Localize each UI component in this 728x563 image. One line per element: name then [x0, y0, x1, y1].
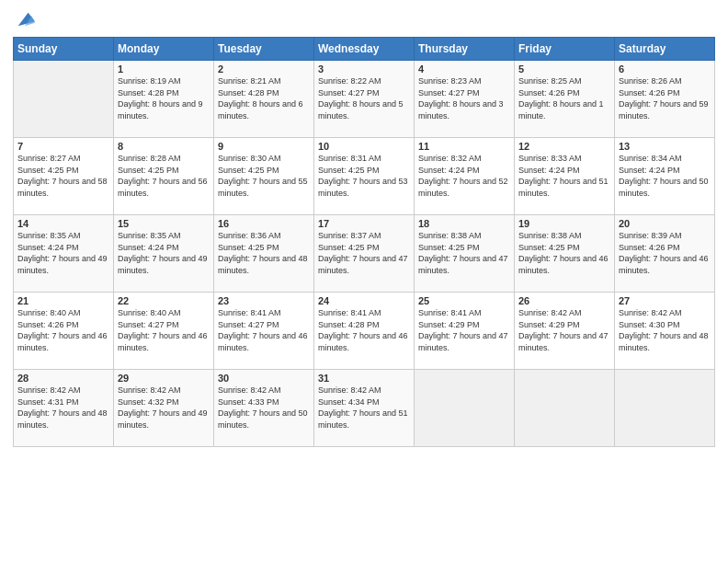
day-number: 9	[218, 141, 310, 152]
calendar-table: SundayMondayTuesdayWednesdayThursdayFrid…	[13, 37, 715, 447]
day-cell	[515, 370, 615, 447]
day-cell: 3Sunrise: 8:22 AMSunset: 4:27 PMDaylight…	[314, 61, 415, 138]
day-cell: 27Sunrise: 8:42 AMSunset: 4:30 PMDayligh…	[615, 293, 715, 370]
day-number: 5	[518, 63, 610, 75]
day-info: Sunrise: 8:38 AMSunset: 4:25 PMDaylight:…	[518, 230, 610, 276]
day-number: 19	[518, 218, 610, 229]
day-number: 21	[17, 295, 109, 306]
day-number: 10	[318, 141, 410, 152]
day-number: 20	[619, 218, 711, 229]
day-info: Sunrise: 8:42 AMSunset: 4:34 PMDaylight:…	[318, 385, 410, 431]
day-number: 15	[118, 218, 210, 229]
day-cell: 25Sunrise: 8:41 AMSunset: 4:29 PMDayligh…	[415, 293, 515, 370]
day-number: 3	[318, 63, 410, 75]
day-cell: 15Sunrise: 8:35 AMSunset: 4:24 PMDayligh…	[114, 215, 214, 293]
day-number: 4	[418, 63, 510, 75]
day-info: Sunrise: 8:30 AMSunset: 4:25 PMDaylight:…	[218, 153, 310, 199]
week-row-2: 14Sunrise: 8:35 AMSunset: 4:24 PMDayligh…	[14, 215, 715, 293]
week-row-0: 1Sunrise: 8:19 AMSunset: 4:28 PMDaylight…	[14, 61, 715, 138]
day-info: Sunrise: 8:40 AMSunset: 4:27 PMDaylight:…	[118, 307, 210, 353]
day-header-saturday: Saturday	[615, 38, 715, 61]
day-cell: 12Sunrise: 8:33 AMSunset: 4:24 PMDayligh…	[515, 138, 615, 215]
day-info: Sunrise: 8:41 AMSunset: 4:29 PMDaylight:…	[418, 307, 510, 353]
day-info: Sunrise: 8:23 AMSunset: 4:27 PMDaylight:…	[418, 75, 510, 121]
day-info: Sunrise: 8:19 AMSunset: 4:28 PMDaylight:…	[118, 75, 210, 121]
day-cell: 28Sunrise: 8:42 AMSunset: 4:31 PMDayligh…	[14, 370, 114, 447]
day-header-tuesday: Tuesday	[214, 38, 314, 61]
day-cell: 24Sunrise: 8:41 AMSunset: 4:28 PMDayligh…	[314, 293, 415, 370]
logo-icon	[15, 9, 35, 29]
day-cell: 6Sunrise: 8:26 AMSunset: 4:26 PMDaylight…	[615, 61, 715, 138]
day-header-thursday: Thursday	[415, 38, 515, 61]
day-header-friday: Friday	[515, 38, 615, 61]
day-cell: 1Sunrise: 8:19 AMSunset: 4:28 PMDaylight…	[114, 61, 214, 138]
day-cell: 17Sunrise: 8:37 AMSunset: 4:25 PMDayligh…	[314, 215, 415, 293]
day-info: Sunrise: 8:42 AMSunset: 4:29 PMDaylight:…	[518, 307, 610, 353]
day-number: 6	[619, 63, 711, 75]
week-row-3: 21Sunrise: 8:40 AMSunset: 4:26 PMDayligh…	[14, 293, 715, 370]
day-info: Sunrise: 8:39 AMSunset: 4:26 PMDaylight:…	[619, 230, 711, 276]
day-cell: 14Sunrise: 8:35 AMSunset: 4:24 PMDayligh…	[14, 215, 114, 293]
day-number: 1	[118, 63, 210, 75]
day-cell: 9Sunrise: 8:30 AMSunset: 4:25 PMDaylight…	[214, 138, 314, 215]
day-header-wednesday: Wednesday	[314, 38, 415, 61]
day-number: 17	[318, 218, 410, 229]
day-number: 7	[17, 141, 109, 152]
day-number: 8	[118, 141, 210, 152]
day-cell	[615, 370, 715, 447]
day-cell: 29Sunrise: 8:42 AMSunset: 4:32 PMDayligh…	[114, 370, 214, 447]
day-cell: 8Sunrise: 8:28 AMSunset: 4:25 PMDaylight…	[114, 138, 214, 215]
day-cell: 30Sunrise: 8:42 AMSunset: 4:33 PMDayligh…	[214, 370, 314, 447]
day-cell: 13Sunrise: 8:34 AMSunset: 4:24 PMDayligh…	[615, 138, 715, 215]
day-number: 12	[518, 141, 610, 152]
day-number: 14	[17, 218, 109, 229]
day-cell: 26Sunrise: 8:42 AMSunset: 4:29 PMDayligh…	[515, 293, 615, 370]
day-cell: 16Sunrise: 8:36 AMSunset: 4:25 PMDayligh…	[214, 215, 314, 293]
day-number: 31	[318, 373, 410, 384]
day-info: Sunrise: 8:41 AMSunset: 4:27 PMDaylight:…	[218, 307, 310, 353]
day-cell: 11Sunrise: 8:32 AMSunset: 4:24 PMDayligh…	[415, 138, 515, 215]
week-row-4: 28Sunrise: 8:42 AMSunset: 4:31 PMDayligh…	[14, 370, 715, 447]
day-header-monday: Monday	[114, 38, 214, 61]
day-number: 23	[218, 295, 310, 306]
day-number: 25	[418, 295, 510, 306]
day-number: 16	[218, 218, 310, 229]
day-number: 24	[318, 295, 410, 306]
header-row: SundayMondayTuesdayWednesdayThursdayFrid…	[14, 38, 715, 61]
day-info: Sunrise: 8:35 AMSunset: 4:24 PMDaylight:…	[17, 230, 109, 276]
day-number: 22	[118, 295, 210, 306]
day-info: Sunrise: 8:40 AMSunset: 4:26 PMDaylight:…	[17, 307, 109, 353]
day-cell: 31Sunrise: 8:42 AMSunset: 4:34 PMDayligh…	[314, 370, 415, 447]
day-info: Sunrise: 8:28 AMSunset: 4:25 PMDaylight:…	[118, 153, 210, 199]
day-info: Sunrise: 8:33 AMSunset: 4:24 PMDaylight:…	[518, 153, 610, 199]
day-number: 26	[518, 295, 610, 306]
day-number: 18	[418, 218, 510, 229]
day-info: Sunrise: 8:35 AMSunset: 4:24 PMDaylight:…	[118, 230, 210, 276]
day-info: Sunrise: 8:31 AMSunset: 4:25 PMDaylight:…	[318, 153, 410, 199]
day-cell: 4Sunrise: 8:23 AMSunset: 4:27 PMDaylight…	[415, 61, 515, 138]
day-cell: 7Sunrise: 8:27 AMSunset: 4:25 PMDaylight…	[14, 138, 114, 215]
day-info: Sunrise: 8:38 AMSunset: 4:25 PMDaylight:…	[418, 230, 510, 276]
day-cell: 18Sunrise: 8:38 AMSunset: 4:25 PMDayligh…	[415, 215, 515, 293]
day-info: Sunrise: 8:37 AMSunset: 4:25 PMDaylight:…	[318, 230, 410, 276]
day-cell	[14, 61, 114, 138]
day-info: Sunrise: 8:22 AMSunset: 4:27 PMDaylight:…	[318, 75, 410, 121]
day-info: Sunrise: 8:42 AMSunset: 4:33 PMDaylight:…	[218, 385, 310, 431]
day-number: 29	[118, 373, 210, 384]
day-number: 27	[619, 295, 711, 306]
day-number: 11	[418, 141, 510, 152]
day-info: Sunrise: 8:21 AMSunset: 4:28 PMDaylight:…	[218, 75, 310, 121]
day-info: Sunrise: 8:41 AMSunset: 4:28 PMDaylight:…	[318, 307, 410, 353]
day-cell: 19Sunrise: 8:38 AMSunset: 4:25 PMDayligh…	[515, 215, 615, 293]
header	[13, 9, 715, 29]
day-info: Sunrise: 8:42 AMSunset: 4:31 PMDaylight:…	[17, 385, 109, 431]
day-info: Sunrise: 8:42 AMSunset: 4:32 PMDaylight:…	[118, 385, 210, 431]
day-header-sunday: Sunday	[14, 38, 114, 61]
calendar-container: SundayMondayTuesdayWednesdayThursdayFrid…	[0, 0, 728, 563]
day-info: Sunrise: 8:36 AMSunset: 4:25 PMDaylight:…	[218, 230, 310, 276]
day-info: Sunrise: 8:25 AMSunset: 4:26 PMDaylight:…	[518, 75, 610, 121]
day-cell: 5Sunrise: 8:25 AMSunset: 4:26 PMDaylight…	[515, 61, 615, 138]
day-cell	[415, 370, 515, 447]
day-number: 30	[218, 373, 310, 384]
day-cell: 21Sunrise: 8:40 AMSunset: 4:26 PMDayligh…	[14, 293, 114, 370]
